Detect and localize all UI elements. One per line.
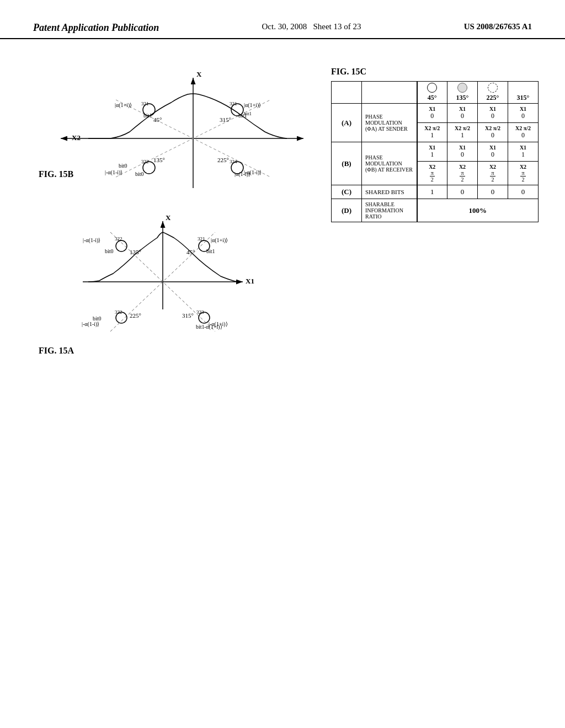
svg-text:225°: 225° (217, 157, 229, 163)
svg-text:|α(1+i)⟩: |α(1+i)⟩ (211, 237, 228, 244)
svg-text:324: 324 (230, 159, 237, 164)
main-content: FIG. 15A X1 X |α(1+i)⟩ 321 bit1 (0, 39, 565, 524)
svg-text:bit0: bit0 (119, 163, 127, 169)
col-315-header: 315° (508, 82, 539, 104)
fig15c-table: 45° 135° (331, 81, 539, 222)
svg-text:323: 323 (196, 309, 204, 315)
svg-text:bit0: bit0 (105, 248, 114, 254)
svg-text:321: 321 (198, 236, 205, 242)
svg-text:|-α(1-i)⟩: |-α(1-i)⟩ (105, 169, 122, 176)
fig15c-area: FIG. 15C 45° (331, 67, 539, 508)
left-diagrams: FIG. 15A X1 X |α(1+i)⟩ 321 bit1 (33, 67, 320, 508)
svg-text:X: X (196, 70, 202, 78)
col-135-header: 135° (447, 82, 478, 104)
figures-row: FIG. 15A X1 X |α(1+i)⟩ 321 bit1 (33, 67, 532, 508)
svg-text:X1: X1 (246, 277, 254, 285)
svg-text:315°: 315° (182, 312, 194, 319)
publication-label: Patent Application Publication (33, 22, 159, 34)
svg-text:225°: 225° (130, 312, 141, 319)
page-header: Patent Application Publication Oct. 30, … (0, 0, 565, 39)
table-header-row: 45° 135° (332, 82, 539, 104)
fig15b-label: FIG. 15B (39, 169, 73, 179)
row-c-shared-bits: (C) SHARED BITS 1 0 0 0 (332, 185, 539, 199)
svg-text:321: 321 (230, 101, 237, 106)
svg-text:|α(1-i)⟩: |α(1-i)⟩ (234, 171, 250, 178)
row-d-info-ratio: (D) SHARABLEINFORMATION RATIO 100% (332, 199, 539, 222)
row-b-x1: (B) PHASE MODULATION(ΦB) AT RECEIVER X1 … (332, 142, 539, 162)
sheet-info: Oct. 30, 2008 Sheet 13 of 23 (262, 22, 361, 31)
row-a-x1: (A) PHASE MODULATION(ΦA) AT SENDER X1 0 … (332, 104, 539, 123)
svg-text:45°: 45° (153, 116, 162, 123)
svg-text:bit1: bit1 (196, 324, 205, 330)
svg-text:bit1: bit1 (244, 111, 252, 116)
svg-text:bit0: bit0 (135, 171, 144, 177)
patent-number: US 2008/267635 A1 (464, 22, 532, 31)
svg-text:|-α(1-i)⟩: |-α(1-i)⟩ (83, 237, 100, 244)
svg-text:135°: 135° (153, 157, 165, 163)
svg-text:|α(1+i)⟩: |α(1+i)⟩ (115, 102, 132, 109)
svg-text:315°: 315° (220, 116, 231, 123)
fig15c-label: FIG. 15C (331, 67, 539, 77)
fig15a-fig15b-svg: FIG. 15A X1 X |α(1+i)⟩ 321 bit1 (33, 67, 320, 508)
svg-text:bit1: bit1 (206, 248, 215, 254)
svg-text:322: 322 (115, 309, 122, 315)
svg-text:|-α(1-i)⟩: |-α(1-i)⟩ (82, 321, 99, 328)
svg-text:321: 321 (141, 101, 149, 106)
col-225-header: 225° (478, 82, 508, 104)
svg-text:322: 322 (115, 236, 122, 242)
fig15a-label: FIG. 15A (39, 346, 74, 355)
svg-text:322: 322 (141, 159, 149, 164)
svg-text:X: X (166, 213, 171, 222)
svg-text:bit0: bit0 (93, 315, 102, 322)
svg-text:X2: X2 (72, 133, 81, 142)
col-45-header: 45° (417, 82, 447, 104)
svg-text:-α(1+i)⟩: -α(1+i)⟩ (204, 324, 222, 330)
svg-text:|α(1+i)⟩: |α(1+i)⟩ (244, 102, 261, 109)
